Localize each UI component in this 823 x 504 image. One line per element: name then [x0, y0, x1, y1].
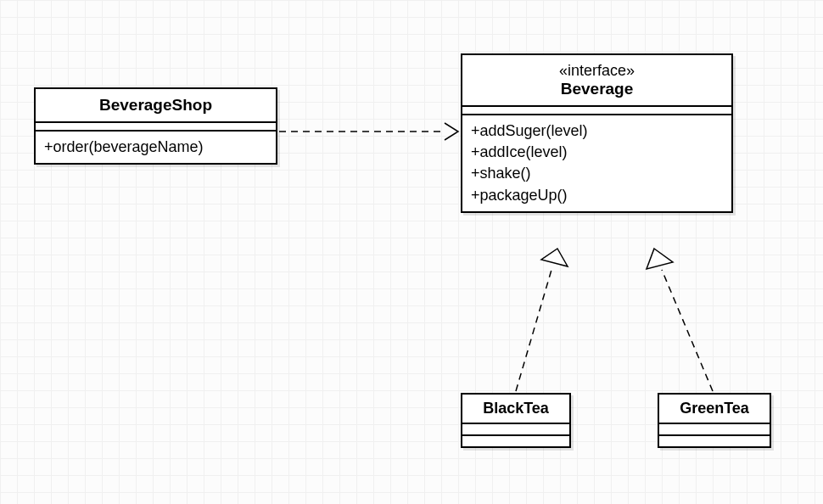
attributes-beverageshop — [36, 123, 276, 132]
method-addsuger: +addSuger(level) — [471, 120, 723, 142]
attributes-blacktea — [462, 424, 569, 436]
class-beverageshop: BeverageShop +order(beverageName) — [34, 87, 277, 165]
class-name-beverageshop: BeverageShop — [36, 89, 276, 123]
methods-greentea — [659, 436, 770, 446]
attributes-greentea — [659, 424, 770, 436]
method-order: +order(beverageName) — [44, 137, 267, 158]
class-title-beverage: Beverage — [561, 80, 634, 98]
class-title-greentea: GreenTea — [680, 400, 749, 417]
methods-beverage: +addSuger(level) +addIce(level) +shake()… — [462, 115, 731, 211]
realization-blacktea-triangle — [541, 249, 568, 266]
class-blacktea: BlackTea — [461, 393, 571, 448]
class-title-blacktea: BlackTea — [483, 400, 549, 417]
class-beverage: «interface» Beverage +addSuger(level) +a… — [461, 53, 733, 213]
stereotype-beverage: «interface» — [471, 62, 723, 80]
class-name-beverage: «interface» Beverage — [462, 55, 731, 107]
method-packageup: +packageUp() — [471, 185, 723, 206]
attributes-beverage — [462, 107, 731, 115]
methods-beverageshop: +order(beverageName) — [36, 132, 276, 163]
method-addice: +addIce(level) — [471, 142, 723, 163]
methods-blacktea — [462, 436, 569, 446]
class-greentea: GreenTea — [658, 393, 771, 448]
dependency-arrow — [445, 123, 458, 140]
realization-greentea-line — [662, 270, 713, 391]
realization-blacktea-line — [516, 270, 551, 391]
method-shake: +shake() — [471, 163, 723, 184]
class-name-blacktea: BlackTea — [462, 395, 569, 424]
class-title-beverageshop: BeverageShop — [99, 96, 212, 114]
realization-greentea-triangle — [647, 249, 673, 269]
class-name-greentea: GreenTea — [659, 395, 770, 424]
